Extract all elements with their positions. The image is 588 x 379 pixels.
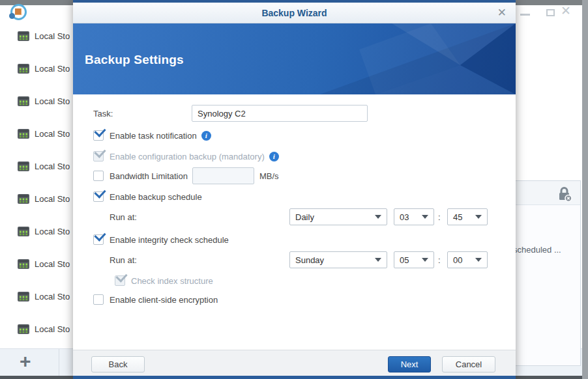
- step-heading: Backup Settings: [85, 53, 184, 67]
- list-item-label: Local Sto: [35, 292, 70, 302]
- next-button[interactable]: Next: [388, 356, 431, 372]
- integrity-schedule-checkbox[interactable]: [93, 234, 104, 245]
- backup-run-at-row: Run at:: [110, 208, 137, 225]
- config-backup-checkbox: [93, 151, 104, 161]
- bandwidth-row: Bandwidth Limitation MB/s: [93, 167, 279, 184]
- dialog-titlebar[interactable]: Backup Wizard ✕: [73, 3, 516, 23]
- list-item[interactable]: Local Sto: [0, 313, 73, 345]
- integrity-minute-value: 00: [453, 255, 462, 265]
- local-storage-icon: [18, 96, 29, 106]
- destination-list: Local Sto Local Sto: [0, 20, 73, 348]
- desktop-edge: [582, 0, 588, 379]
- config-backup-label: Enable configuration backup (mandatory): [110, 152, 265, 161]
- local-storage-icon: [18, 31, 29, 41]
- encryption-label: Enable client-side encryption: [110, 295, 218, 305]
- integrity-schedule-label: Enable integrity check schedule: [110, 235, 229, 245]
- screen: Local Sto Local Sto: [0, 0, 588, 379]
- list-item-label: Local Sto: [35, 227, 70, 236]
- remove-encryption-key-icon[interactable]: [557, 186, 572, 202]
- encryption-checkbox[interactable]: [93, 294, 104, 305]
- task-name-input[interactable]: [192, 105, 368, 122]
- integrity-day-select[interactable]: Sunday: [289, 251, 387, 268]
- list-item-label: Local Sto: [35, 194, 70, 204]
- backup-minute-value: 45: [453, 212, 462, 222]
- local-storage-icon: [18, 161, 29, 171]
- notification-checkbox[interactable]: [93, 130, 104, 141]
- dialog-footer: Back Next Cancel: [73, 350, 516, 376]
- chevron-down-icon: [375, 258, 381, 262]
- backup-hour-value: 03: [400, 212, 409, 222]
- dialog-body: Task: Enable task notification i Enable …: [73, 94, 516, 350]
- list-item[interactable]: Local Sto: [0, 280, 73, 313]
- chevron-down-icon: [475, 258, 482, 262]
- info-icon[interactable]: i: [269, 152, 279, 161]
- list-item-label: Local Sto: [35, 96, 70, 106]
- list-item[interactable]: Local Sto: [0, 20, 73, 52]
- panel-status-text: scheduled ...: [513, 245, 561, 255]
- bandwidth-unit: MB/s: [259, 171, 279, 181]
- backup-run-at-label: Run at:: [110, 212, 137, 222]
- bandwidth-checkbox[interactable]: [93, 171, 104, 181]
- list-item-label: Local Sto: [35, 324, 70, 334]
- minimize-icon[interactable]: [520, 14, 530, 16]
- backup-minute-select[interactable]: 45: [447, 208, 488, 225]
- check-index-row: Check index structure: [115, 275, 213, 286]
- dialog-title: Backup Wizard: [73, 3, 516, 23]
- step-banner: Backup Settings: [73, 23, 516, 94]
- time-colon: :: [438, 212, 441, 222]
- list-item[interactable]: Local Sto: [0, 52, 73, 85]
- list-item-label: Local Sto: [35, 129, 70, 139]
- backup-schedule-label: Enable backup schedule: [110, 192, 202, 202]
- check-index-checkbox: [115, 275, 125, 286]
- list-item-label: Local Sto: [35, 259, 70, 269]
- local-storage-icon: [18, 227, 29, 236]
- backup-hour-select[interactable]: 03: [394, 208, 434, 225]
- window-close-icon[interactable]: ✕: [561, 4, 571, 18]
- backup-wizard-dialog: Backup Wizard ✕ Backup Settings Task: En…: [73, 0, 516, 379]
- config-backup-row: Enable configuration backup (mandatory) …: [93, 151, 279, 161]
- list-item[interactable]: Local Sto: [0, 215, 73, 247]
- local-storage-icon: [18, 292, 29, 302]
- list-item[interactable]: Local Sto: [0, 117, 73, 150]
- notification-row: Enable task notification i: [93, 130, 211, 141]
- backup-frequency-select[interactable]: Daily: [289, 208, 387, 225]
- task-label: Task:: [93, 109, 113, 119]
- integrity-hour-select[interactable]: 05: [394, 251, 434, 268]
- maximize-icon[interactable]: [546, 9, 555, 16]
- dialog-bottom-edge: [73, 376, 516, 379]
- list-item[interactable]: Local Sto: [0, 150, 73, 182]
- chevron-down-icon: [422, 258, 428, 262]
- list-item[interactable]: Local Sto: [0, 182, 73, 215]
- list-item[interactable]: Local Sto: [0, 85, 73, 117]
- local-storage-icon: [18, 259, 29, 269]
- local-storage-icon: [18, 64, 29, 74]
- list-item-label: Local Sto: [35, 64, 70, 74]
- cancel-button[interactable]: Cancel: [442, 356, 495, 372]
- backup-schedule-checkbox[interactable]: [93, 191, 104, 202]
- list-item[interactable]: Local Sto: [0, 247, 73, 280]
- integrity-run-at-label: Run at:: [110, 255, 137, 265]
- toolbar-divider: [59, 349, 59, 376]
- integrity-minute-select[interactable]: 00: [447, 251, 488, 268]
- backup-schedule-row: Enable backup schedule: [93, 191, 202, 202]
- dialog-close-icon[interactable]: ✕: [497, 6, 507, 20]
- list-item-label: Local Sto: [35, 31, 70, 41]
- backup-frequency-value: Daily: [295, 212, 314, 222]
- add-task-button[interactable]: +: [20, 350, 31, 372]
- integrity-schedule-row: Enable integrity check schedule: [93, 234, 229, 245]
- list-item-label: Local Sto: [35, 161, 70, 171]
- integrity-run-at-row: Run at:: [110, 251, 137, 268]
- back-button[interactable]: Back: [91, 356, 145, 372]
- time-colon: :: [438, 255, 441, 265]
- local-storage-icon: [18, 129, 29, 139]
- integrity-day-value: Sunday: [295, 255, 324, 265]
- info-icon[interactable]: i: [201, 131, 211, 141]
- local-storage-icon: [18, 194, 29, 204]
- bandwidth-label: Bandwidth Limitation: [110, 171, 188, 181]
- task-row: Task:: [93, 105, 113, 122]
- local-storage-icon: [18, 324, 29, 334]
- encryption-row: Enable client-side encryption: [93, 294, 218, 305]
- bandwidth-input[interactable]: [192, 167, 254, 184]
- chevron-down-icon: [422, 215, 428, 219]
- hyper-backup-icon: [10, 4, 27, 20]
